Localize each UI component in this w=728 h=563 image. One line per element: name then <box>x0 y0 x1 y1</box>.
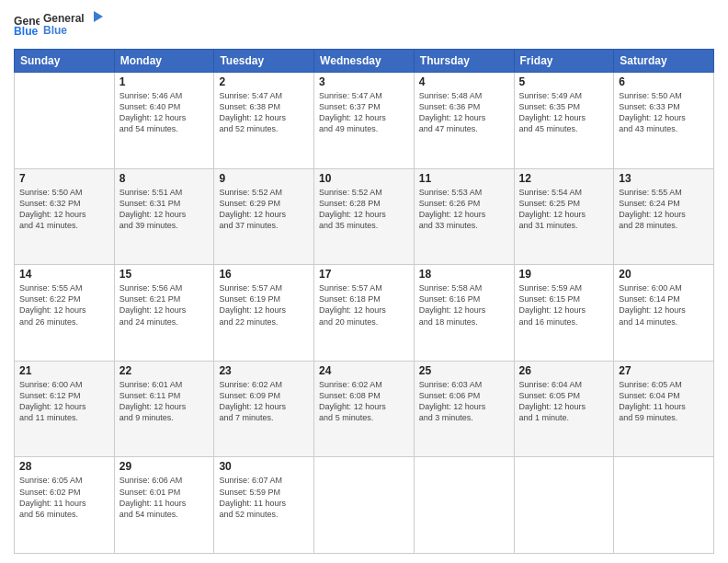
cell-info: Sunrise: 5:55 AM Sunset: 6:22 PM Dayligh… <box>19 282 109 327</box>
day-number: 6 <box>619 75 709 88</box>
day-number: 18 <box>419 268 509 281</box>
cell-info: Sunrise: 5:50 AM Sunset: 6:33 PM Dayligh… <box>619 90 709 135</box>
calendar-cell: 25Sunrise: 6:03 AM Sunset: 6:06 PM Dayli… <box>414 361 514 457</box>
calendar-cell: 22Sunrise: 6:01 AM Sunset: 6:11 PM Dayli… <box>114 361 214 457</box>
cell-info: Sunrise: 5:55 AM Sunset: 6:24 PM Dayligh… <box>619 187 709 232</box>
day-number: 19 <box>519 268 609 281</box>
cell-info: Sunrise: 5:53 AM Sunset: 6:26 PM Dayligh… <box>419 187 509 232</box>
calendar-week-4: 21Sunrise: 6:00 AM Sunset: 6:12 PM Dayli… <box>15 361 714 457</box>
day-number: 16 <box>219 268 309 281</box>
cell-info: Sunrise: 5:57 AM Sunset: 6:18 PM Dayligh… <box>319 282 409 327</box>
calendar-cell: 3Sunrise: 5:47 AM Sunset: 6:37 PM Daylig… <box>314 73 415 169</box>
calendar-cell: 29Sunrise: 6:06 AM Sunset: 6:01 PM Dayli… <box>114 457 214 554</box>
day-number: 12 <box>519 172 609 185</box>
calendar-cell: 16Sunrise: 5:57 AM Sunset: 6:19 PM Dayli… <box>214 265 314 362</box>
calendar-cell: 19Sunrise: 5:59 AM Sunset: 6:15 PM Dayli… <box>514 265 614 362</box>
cell-info: Sunrise: 5:59 AM Sunset: 6:15 PM Dayligh… <box>519 282 609 327</box>
cell-info: Sunrise: 6:00 AM Sunset: 6:14 PM Dayligh… <box>619 282 709 327</box>
calendar-cell: 8Sunrise: 5:51 AM Sunset: 6:31 PM Daylig… <box>114 168 214 265</box>
day-number: 3 <box>319 75 409 88</box>
calendar-cell: 23Sunrise: 6:02 AM Sunset: 6:09 PM Dayli… <box>214 361 314 457</box>
day-number: 8 <box>119 172 210 185</box>
cell-info: Sunrise: 6:03 AM Sunset: 6:06 PM Dayligh… <box>419 379 509 424</box>
calendar-cell: 15Sunrise: 5:56 AM Sunset: 6:21 PM Dayli… <box>114 265 214 362</box>
svg-text:Blue: Blue <box>43 24 67 37</box>
day-number: 28 <box>19 460 109 473</box>
calendar-cell <box>614 457 714 554</box>
cell-info: Sunrise: 5:51 AM Sunset: 6:31 PM Dayligh… <box>119 187 210 232</box>
day-number: 7 <box>19 172 109 185</box>
calendar-cell: 5Sunrise: 5:49 AM Sunset: 6:35 PM Daylig… <box>514 73 614 169</box>
calendar-cell: 26Sunrise: 6:04 AM Sunset: 6:05 PM Dayli… <box>514 361 614 457</box>
calendar-week-1: 1Sunrise: 5:46 AM Sunset: 6:40 PM Daylig… <box>15 73 714 169</box>
calendar-cell <box>314 457 415 554</box>
cell-info: Sunrise: 5:47 AM Sunset: 6:37 PM Dayligh… <box>319 90 409 135</box>
calendar-header-wednesday: Wednesday <box>314 50 415 73</box>
calendar-cell: 20Sunrise: 6:00 AM Sunset: 6:14 PM Dayli… <box>614 265 714 362</box>
cell-info: Sunrise: 5:46 AM Sunset: 6:40 PM Dayligh… <box>119 90 210 135</box>
cell-info: Sunrise: 5:52 AM Sunset: 6:28 PM Dayligh… <box>319 187 409 232</box>
day-number: 15 <box>119 268 210 281</box>
calendar-cell: 28Sunrise: 6:05 AM Sunset: 6:02 PM Dayli… <box>15 457 115 554</box>
logo: General Blue General Blue <box>14 9 108 41</box>
day-number: 24 <box>319 364 409 377</box>
day-number: 1 <box>119 75 210 88</box>
calendar-cell: 21Sunrise: 6:00 AM Sunset: 6:12 PM Dayli… <box>15 361 115 457</box>
day-number: 25 <box>419 364 509 377</box>
calendar-header-sunday: Sunday <box>15 50 115 73</box>
calendar-cell: 27Sunrise: 6:05 AM Sunset: 6:04 PM Dayli… <box>614 361 714 457</box>
calendar-cell: 17Sunrise: 5:57 AM Sunset: 6:18 PM Dayli… <box>314 265 415 362</box>
day-number: 14 <box>19 268 109 281</box>
calendar-cell: 12Sunrise: 5:54 AM Sunset: 6:25 PM Dayli… <box>514 168 614 265</box>
calendar-cell: 2Sunrise: 5:47 AM Sunset: 6:38 PM Daylig… <box>214 73 314 169</box>
cell-info: Sunrise: 6:02 AM Sunset: 6:09 PM Dayligh… <box>219 379 309 424</box>
cell-info: Sunrise: 5:57 AM Sunset: 6:19 PM Dayligh… <box>219 282 309 327</box>
svg-text:Blue: Blue <box>14 25 39 38</box>
day-number: 21 <box>19 364 109 377</box>
cell-info: Sunrise: 6:02 AM Sunset: 6:08 PM Dayligh… <box>319 379 409 424</box>
calendar-cell: 7Sunrise: 5:50 AM Sunset: 6:32 PM Daylig… <box>15 168 115 265</box>
calendar-cell <box>514 457 614 554</box>
calendar-table: SundayMondayTuesdayWednesdayThursdayFrid… <box>14 49 714 554</box>
cell-info: Sunrise: 6:07 AM Sunset: 5:59 PM Dayligh… <box>219 475 309 520</box>
calendar-header-tuesday: Tuesday <box>214 50 314 73</box>
header: General Blue General Blue <box>14 9 714 41</box>
cell-info: Sunrise: 5:47 AM Sunset: 6:38 PM Dayligh… <box>219 90 309 135</box>
calendar-week-3: 14Sunrise: 5:55 AM Sunset: 6:22 PM Dayli… <box>15 265 714 362</box>
day-number: 17 <box>319 268 409 281</box>
day-number: 23 <box>219 364 309 377</box>
calendar-cell: 24Sunrise: 6:02 AM Sunset: 6:08 PM Dayli… <box>314 361 415 457</box>
cell-info: Sunrise: 5:49 AM Sunset: 6:35 PM Dayligh… <box>519 90 609 135</box>
day-number: 4 <box>419 75 509 88</box>
cell-info: Sunrise: 6:01 AM Sunset: 6:11 PM Dayligh… <box>119 379 210 424</box>
cell-info: Sunrise: 6:04 AM Sunset: 6:05 PM Dayligh… <box>519 379 609 424</box>
calendar-header-monday: Monday <box>114 50 214 73</box>
day-number: 5 <box>519 75 609 88</box>
cell-info: Sunrise: 5:52 AM Sunset: 6:29 PM Dayligh… <box>219 187 309 232</box>
logo-icon: General Blue <box>14 13 40 39</box>
calendar-header-thursday: Thursday <box>414 50 514 73</box>
calendar-cell: 30Sunrise: 6:07 AM Sunset: 5:59 PM Dayli… <box>214 457 314 554</box>
calendar-cell: 13Sunrise: 5:55 AM Sunset: 6:24 PM Dayli… <box>614 168 714 265</box>
day-number: 30 <box>219 460 309 473</box>
cell-info: Sunrise: 6:05 AM Sunset: 6:02 PM Dayligh… <box>19 475 109 520</box>
day-number: 10 <box>319 172 409 185</box>
day-number: 27 <box>619 364 709 377</box>
calendar-cell <box>414 457 514 554</box>
calendar-cell: 11Sunrise: 5:53 AM Sunset: 6:26 PM Dayli… <box>414 168 514 265</box>
cell-info: Sunrise: 6:06 AM Sunset: 6:01 PM Dayligh… <box>119 475 210 520</box>
calendar-cell <box>15 73 115 169</box>
calendar-header-saturday: Saturday <box>614 50 714 73</box>
calendar-cell: 4Sunrise: 5:48 AM Sunset: 6:36 PM Daylig… <box>414 73 514 169</box>
day-number: 9 <box>219 172 309 185</box>
day-number: 2 <box>219 75 309 88</box>
calendar-cell: 1Sunrise: 5:46 AM Sunset: 6:40 PM Daylig… <box>114 73 214 169</box>
calendar-cell: 6Sunrise: 5:50 AM Sunset: 6:33 PM Daylig… <box>614 73 714 169</box>
day-number: 26 <box>519 364 609 377</box>
cell-info: Sunrise: 6:00 AM Sunset: 6:12 PM Dayligh… <box>19 379 109 424</box>
cell-info: Sunrise: 5:50 AM Sunset: 6:32 PM Dayligh… <box>19 187 109 232</box>
calendar-cell: 14Sunrise: 5:55 AM Sunset: 6:22 PM Dayli… <box>15 265 115 362</box>
cell-info: Sunrise: 5:48 AM Sunset: 6:36 PM Dayligh… <box>419 90 509 135</box>
svg-marker-5 <box>94 11 103 22</box>
day-number: 22 <box>119 364 210 377</box>
